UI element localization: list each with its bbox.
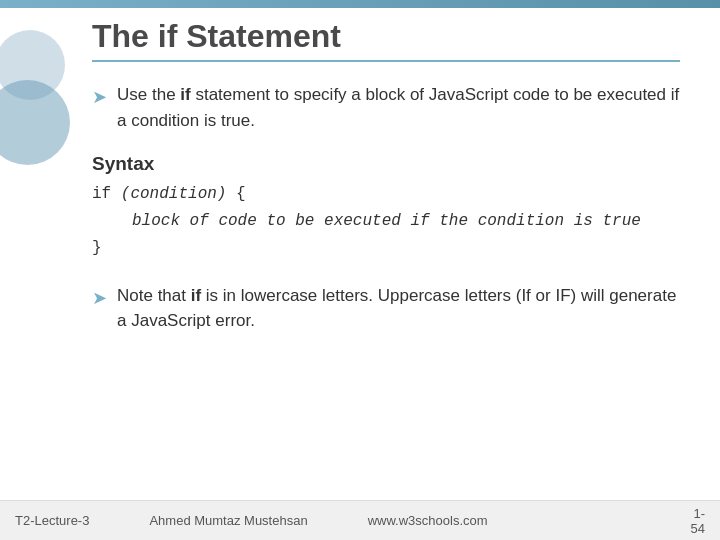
top-accent-bar [0, 0, 720, 8]
syntax-label: Syntax [92, 153, 680, 175]
footer-page-number: 1-54 [691, 506, 705, 536]
syntax-line-2: block of code to be executed if the cond… [132, 208, 680, 235]
footer: T2-Lecture-3 Ahmed Mumtaz Mustehsan www.… [0, 500, 720, 540]
bullet-arrow-icon-2: ➤ [92, 285, 107, 312]
circle-bottom [0, 80, 70, 165]
syntax-code-block: if (condition) { block of code to be exe… [92, 181, 680, 263]
syntax-line-1: if (condition) { [92, 181, 680, 208]
footer-left: T2-Lecture-3 Ahmed Mumtaz Mustehsan www.… [15, 513, 488, 528]
bullet-arrow-icon-1: ➤ [92, 84, 107, 111]
main-content: The if Statement ➤ Use the if statement … [82, 8, 700, 500]
syntax-line-3: } [92, 235, 680, 262]
bullet-item-2: ➤ Note that if is in lowercase letters. … [92, 283, 680, 334]
bullet-item-1: ➤ Use the if statement to specify a bloc… [92, 82, 680, 133]
bullet-text-2: Note that if is in lowercase letters. Up… [117, 283, 680, 334]
left-decoration [0, 30, 70, 230]
page-title: The if Statement [92, 18, 680, 62]
syntax-section: Syntax if (condition) { block of code to… [92, 153, 680, 263]
footer-author: Ahmed Mumtaz Mustehsan [149, 513, 307, 528]
footer-lecture: T2-Lecture-3 [15, 513, 89, 528]
bullet-text-1: Use the if statement to specify a block … [117, 82, 680, 133]
footer-website: www.w3schools.com [368, 513, 488, 528]
